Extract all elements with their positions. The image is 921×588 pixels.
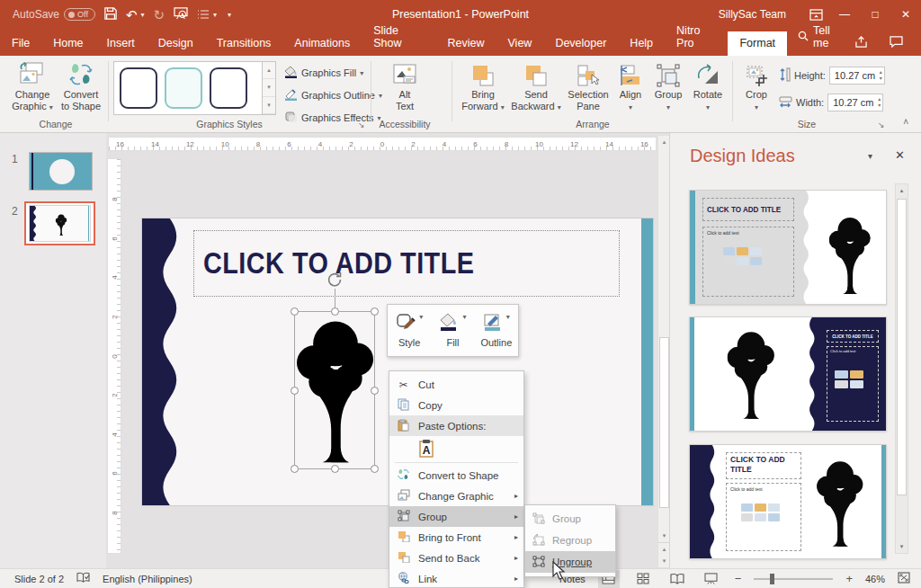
panel-dropdown-icon[interactable]: ▾ [868, 151, 872, 161]
scroll-up-icon[interactable]: ▴ [896, 184, 908, 197]
slide-sorter-view-button[interactable] [632, 570, 654, 588]
tab-file[interactable]: File [0, 31, 41, 56]
reading-view-button[interactable] [666, 570, 688, 588]
gallery-scroll-up-icon[interactable]: ▴ [263, 62, 275, 79]
zoom-level[interactable]: 46% [865, 574, 885, 584]
tab-slide-show[interactable]: Slide Show [362, 19, 435, 56]
numbering-icon[interactable] [197, 8, 210, 22]
autosave-toggle[interactable]: AutoSave Off [13, 8, 95, 21]
scroll-thumb[interactable] [897, 199, 907, 495]
comments-icon[interactable] [890, 36, 903, 50]
selection-pane-button[interactable]: SelectionPane [565, 60, 612, 111]
zoom-slider[interactable] [754, 578, 833, 580]
graphics-style-1[interactable] [120, 67, 157, 109]
resize-handle-e[interactable] [371, 387, 379, 395]
slideshow-view-button[interactable] [701, 570, 722, 588]
design-panel-scrollbar[interactable]: ▴ ▾ [895, 183, 908, 554]
spin-up-icon[interactable]: ▴ [878, 96, 881, 102]
tree-graphic[interactable] [297, 316, 374, 467]
menu-item-copy[interactable]: Copy [389, 395, 523, 415]
change-graphic-button[interactable]: Change Graphic ▾ [7, 60, 58, 111]
graphics-style-3[interactable] [210, 67, 247, 109]
paste-option-keep-formatting[interactable]: A [389, 436, 523, 460]
resize-handle-nw[interactable] [291, 307, 299, 316]
graphics-style-2[interactable] [165, 67, 202, 109]
vertical-ruler[interactable]: 864202468 [107, 158, 121, 554]
scroll-thumb[interactable] [659, 337, 669, 508]
tab-insert[interactable]: Insert [95, 31, 147, 56]
gallery-scroll-down-icon[interactable]: ▾ [263, 79, 275, 96]
submenu-item-ungroup[interactable]: Ungroup [525, 551, 615, 573]
spin-down-icon[interactable]: ▾ [878, 102, 881, 109]
menu-item-group[interactable]: Group ▸ [389, 506, 523, 527]
horizontal-ruler[interactable]: 1614121086420246810121416 [108, 137, 657, 151]
design-suggestion-3[interactable]: CLICK TO ADD TITLE Click to add text [689, 444, 887, 559]
graphics-outline-button[interactable]: Graphics Outline ▾ [284, 88, 382, 102]
menu-item-convert-to-shape[interactable]: Convert to Shape [389, 465, 523, 486]
collapse-ribbon-icon[interactable]: ˄ [903, 117, 908, 127]
resize-handle-w[interactable] [291, 387, 299, 395]
tab-view[interactable]: View [496, 31, 544, 56]
width-input[interactable]: 10.27 cm▴▾ [827, 94, 883, 111]
height-input[interactable]: 10.27 cm▴▾ [829, 67, 885, 85]
language-status[interactable]: English (Philippines) [103, 574, 192, 584]
size-dialog-launcher-icon[interactable]: ↘ [878, 120, 885, 129]
tab-animations[interactable]: Animations [282, 31, 362, 56]
rotate-button[interactable]: Rotate▾ [689, 60, 727, 111]
resize-handle-s[interactable] [331, 465, 339, 473]
crop-button[interactable]: Crop▾ [739, 60, 773, 111]
zoom-in-icon[interactable]: + [845, 572, 853, 585]
design-suggestion-1[interactable]: CLICK TO ADD TITLE Click to add text [689, 190, 887, 305]
scroll-track[interactable] [896, 197, 908, 540]
menu-item-bring-to-front[interactable]: Bring to Front ▸ [389, 527, 523, 548]
mini-outline-button[interactable]: ▾ Outline [475, 305, 518, 356]
gallery-more-icon[interactable]: ▾ [263, 97, 275, 114]
share-icon[interactable] [854, 36, 868, 50]
mini-fill-button[interactable]: ▾ Fill [431, 305, 474, 356]
design-suggestion-2[interactable]: CLICK TO ADD TITLE Click to add text [689, 316, 887, 432]
numbering-dropdown-icon[interactable]: ▾ [213, 11, 217, 19]
maximize-button[interactable]: □ [860, 0, 890, 29]
resize-handle-n[interactable] [331, 307, 339, 316]
tab-format[interactable]: Format [728, 31, 787, 56]
undo-dropdown-icon[interactable]: ▾ [140, 11, 144, 19]
close-button[interactable]: ✕ [890, 0, 921, 29]
tab-review[interactable]: Review [436, 31, 496, 56]
menu-item-change-graphic[interactable]: Change Graphic ▸ [389, 486, 523, 506]
menu-item-link[interactable]: Link ▸ [389, 568, 523, 588]
tab-developer[interactable]: Developer [543, 31, 618, 56]
undo-button[interactable]: ↶ [126, 8, 138, 22]
spin-down-icon[interactable]: ▾ [880, 76, 882, 82]
tab-design[interactable]: Design [147, 31, 205, 56]
title-placeholder[interactable]: CLICK TO ADD TITLE [193, 230, 620, 297]
spell-check-icon[interactable] [76, 572, 90, 585]
resize-handle-ne[interactable] [371, 307, 379, 316]
mini-style-button[interactable]: ▾ Style [388, 305, 431, 356]
graphics-fill-button[interactable]: Graphics Fill ▾ [284, 66, 363, 80]
spin-up-icon[interactable]: ▴ [880, 69, 882, 76]
selected-graphic-frame[interactable] [294, 311, 375, 469]
tab-help[interactable]: Help [618, 31, 665, 56]
account-name[interactable]: SillySac Team [719, 8, 786, 21]
scroll-down-icon[interactable]: ▾ [896, 540, 908, 553]
start-slideshow-icon[interactable] [174, 7, 188, 22]
zoom-slider-thumb[interactable] [770, 574, 774, 584]
zoom-out-icon[interactable]: − [735, 572, 742, 585]
slide-2-thumbnail-selected[interactable] [24, 201, 95, 245]
tell-me-box[interactable]: Tell me [787, 19, 854, 56]
resize-handle-se[interactable] [371, 465, 379, 473]
slide-counter[interactable]: Slide 2 of 2 [14, 574, 64, 584]
bring-forward-button[interactable]: BringForward ▾ [459, 60, 507, 111]
slide-1-thumbnail[interactable] [29, 152, 93, 191]
align-button[interactable]: Align▾ [613, 60, 648, 111]
send-backward-button[interactable]: SendBackward ▾ [511, 60, 561, 111]
resize-handle-sw[interactable] [291, 465, 299, 473]
panel-close-icon[interactable]: ✕ [895, 148, 905, 162]
rotate-handle-icon[interactable] [326, 271, 344, 289]
save-icon[interactable] [104, 7, 117, 22]
convert-to-shape-button[interactable]: Convertto Shape [58, 60, 104, 111]
fit-to-window-icon[interactable] [898, 572, 910, 585]
tab-home[interactable]: Home [41, 31, 94, 56]
menu-item-cut[interactable]: ✂ Cut [389, 374, 523, 395]
tab-nitro-pro[interactable]: Nitro Pro [665, 19, 728, 56]
